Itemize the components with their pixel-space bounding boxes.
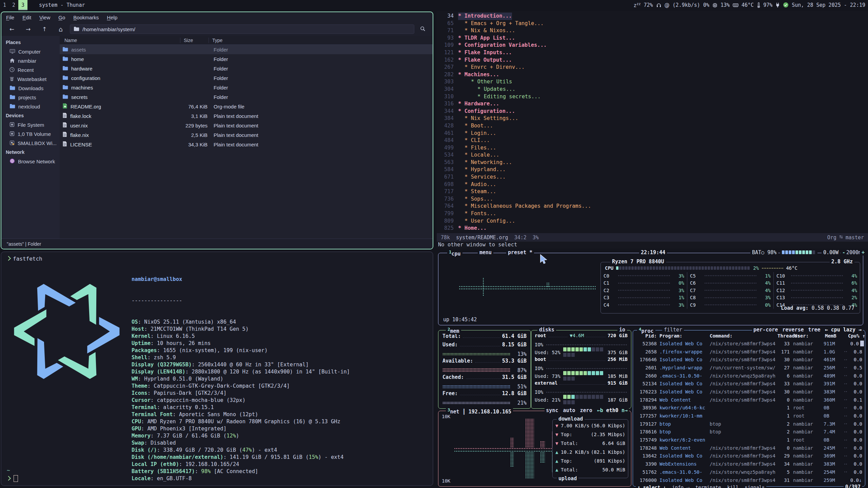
file-row-home[interactable]: homeFolder — [60, 54, 433, 64]
process-row-38936[interactable]: 38936kworker/u64:6-kc1root0B0.0 — [633, 404, 865, 412]
org-outline-buffer[interactable]: 34* Introduction...65* Emacs + Org + Tan… — [437, 13, 868, 239]
io-mode-button[interactable]: io — [617, 327, 627, 333]
org-line[interactable]: 267* Envrc + Direnv... — [437, 64, 868, 71]
proc-headers[interactable]: Pid: Program: Command: Threads: User: Me… — [633, 332, 865, 340]
org-line[interactable]: 825* Home... — [437, 225, 868, 232]
org-line[interactable]: 717* Steam... — [437, 188, 868, 196]
org-line[interactable]: 93* TLDR App List... — [437, 35, 868, 42]
btop-window[interactable]: 1cpu menu preset * 22:19:44 BAT○ 98% 0.0… — [437, 251, 868, 488]
org-line[interactable]: 304* Updates... — [437, 86, 868, 93]
process-row-2658[interactable]: 2658.firefox-wrappe/nix/store/sm8fmrf3wp… — [633, 348, 865, 356]
process-row-175749[interactable]: 175749kworker/6:2-even1root0B0.0 — [633, 436, 865, 444]
process-row-178294[interactable]: 178294Web Content/nix/store/sm8fmrf3wps4… — [633, 396, 865, 404]
mem-box-title[interactable]: 2mem — [446, 327, 461, 334]
org-line[interactable]: 736* Sops... — [437, 196, 868, 203]
menu-bookmarks[interactable]: Bookmarks — [73, 15, 99, 20]
home-button[interactable]: ⌂ — [54, 24, 68, 34]
org-line[interactable]: 764* Miscellaneous Packages and Programs… — [437, 203, 868, 210]
select-keys[interactable]: ↑ select ↓ — [637, 485, 666, 488]
column-size[interactable]: Size — [180, 38, 209, 43]
org-line[interactable]: 534* Locale... — [437, 151, 868, 159]
process-row-176646[interactable]: 176646Isolated Web Co/nix/store/sm8fmrf3… — [633, 355, 865, 364]
path-bar[interactable]: /home/nambiar/system/ — [70, 24, 414, 34]
process-row-2601[interactable]: 2601.Hyprland-wrapp/run/current-system/s… — [633, 364, 865, 372]
org-line[interactable]: 34* Introduction... — [437, 13, 868, 20]
process-row-52368[interactable]: 52368Isolated Web Co/nix/store/sm8fmrf3w… — [633, 340, 865, 348]
git-branch-name[interactable]: master — [846, 235, 864, 241]
net-next-iface-button[interactable]: n→ — [622, 407, 628, 413]
idle-inhibit-indicator[interactable]: zzz — [633, 2, 640, 8]
sidebar-item-wastebasket[interactable]: Wastebasket — [1, 75, 60, 84]
reverse-button[interactable]: reverse — [782, 327, 804, 333]
terminate-key[interactable]: terminate — [695, 485, 721, 488]
net-auto-button[interactable]: auto — [563, 407, 575, 413]
process-row-3390[interactable]: 3390WebExtensions/nix/store/sm8fmrf3wps4… — [633, 460, 865, 468]
sidebar-item-smallbox-wi-[interactable]: SMALLBOX Wi... — [1, 139, 60, 148]
proc-box-title[interactable]: 4proc — [637, 327, 655, 334]
preset-button[interactable]: preset * — [506, 249, 534, 256]
workspace-1[interactable]: 1 — [0, 0, 9, 10]
clock-date[interactable]: Sun, 28 Sep 2025 - 22:19 — [792, 2, 865, 8]
org-line[interactable]: 344* Configuration... — [437, 108, 868, 115]
forward-button[interactable]: → — [21, 24, 35, 34]
file-row-user-nix[interactable]: user.nix229 bytesPlain text document — [60, 121, 433, 130]
file-row-assets[interactable]: assetsFolder — [60, 45, 433, 54]
sidebar-item-computer[interactable]: Computer — [1, 47, 60, 56]
menu-file[interactable]: File — [6, 15, 14, 20]
file-row-flake-lock[interactable]: flake.lock3,1 KiBPlain text document — [60, 111, 433, 121]
file-row-readme-org[interactable]: README.org76,4 KiBOrg-mode file — [60, 102, 433, 111]
file-row-license[interactable]: LICENSE34,3 KiBPlain text document — [60, 140, 433, 149]
org-line[interactable]: 121* Flake Inputs... — [437, 49, 868, 57]
org-line[interactable]: 461* Login... — [437, 130, 868, 137]
kill-key[interactable]: kill — [727, 485, 739, 488]
cpu-box-title[interactable]: 1cpu — [447, 249, 462, 257]
org-line[interactable]: 109* Configuration Variables... — [437, 42, 868, 49]
org-line[interactable]: 162* Flake Output... — [437, 57, 868, 64]
sidebar-item-projects[interactable]: projects — [1, 93, 60, 102]
major-mode[interactable]: Org — [827, 235, 836, 241]
menu-help[interactable]: Help — [107, 15, 117, 20]
signals-key[interactable]: signals — [745, 485, 765, 488]
process-row-179127[interactable]: 179127btopbtop2nambiar7.3M0.0 — [633, 420, 865, 428]
disks-box-title[interactable]: disks — [537, 327, 556, 333]
workspace-3[interactable]: 3 — [18, 0, 27, 10]
sidebar-item-1-0-tb-volume[interactable]: 1,0 TB Volume — [1, 129, 60, 139]
org-line[interactable]: 310* Editing secrets... — [437, 93, 868, 101]
process-row-2660[interactable]: 2660.emacs-31.0.50-/nix/store/wnqz5pa8ra… — [633, 372, 865, 380]
org-line[interactable]: 428* Boot... — [437, 122, 868, 130]
net-sync-button[interactable]: sync — [546, 407, 558, 413]
org-line[interactable]: 71* Nix & Nixos... — [437, 27, 868, 35]
org-line[interactable]: 584* Hyprland... — [437, 166, 868, 174]
sidebar-item-nambiar[interactable]: nambiar — [1, 56, 60, 65]
process-row-52134[interactable]: 52134Isolated Web Co/nix/store/sm8fmrf3w… — [633, 380, 865, 388]
sidebar-item-downloads[interactable]: Downloads — [1, 84, 60, 93]
column-type[interactable]: Type — [209, 38, 433, 43]
workspace-2[interactable]: 2 — [9, 0, 18, 10]
process-row-51762[interactable]: 51762.emacs-31.0.50-/nix/store/wnqz5pa8r… — [633, 468, 865, 476]
per-core-button[interactable]: per-core — [753, 327, 778, 333]
shell-prompt[interactable] — [7, 475, 18, 482]
org-line[interactable]: 563* Networking... — [437, 159, 868, 166]
search-button[interactable] — [416, 24, 429, 34]
interval-plus-button[interactable]: + — [860, 249, 866, 256]
org-line[interactable]: 316* Hardware... — [437, 100, 868, 108]
file-row-hardware[interactable]: hardwareFolder — [60, 64, 433, 73]
net-prev-iface-button[interactable]: ←b — [597, 407, 603, 413]
org-line[interactable]: 384* Nix Settings... — [437, 115, 868, 122]
file-row-configuration[interactable]: configurationFolder — [60, 73, 433, 83]
volume-value[interactable]: 72% — [644, 2, 653, 8]
updates-ok-icon[interactable] — [783, 2, 789, 8]
org-line[interactable]: 282* Machines... — [437, 71, 868, 79]
process-row-176223[interactable]: 176223Isolated Web Co/nix/store/sm8fmrf3… — [633, 388, 865, 396]
sidebar-item-nextcloud[interactable]: nextcloud — [1, 102, 60, 111]
column-headers[interactable]: Name Size Type — [60, 36, 433, 45]
org-line[interactable]: 809* User Config... — [437, 218, 868, 225]
file-row-secrets[interactable]: secretsFolder — [60, 92, 433, 102]
filter-button[interactable]: filter — [662, 327, 684, 333]
menu-button[interactable]: menu — [478, 249, 493, 256]
net-zero-button[interactable]: zero — [580, 407, 592, 413]
cpu-usage-value[interactable]: 0% — [703, 2, 709, 8]
process-row-177257[interactable]: 177257kworker/10:1-mm_1root0B0.0 — [633, 412, 865, 420]
emacs-window[interactable]: 34* Introduction...65* Emacs + Org + Tan… — [437, 11, 868, 249]
tree-button[interactable]: tree — [808, 327, 821, 333]
